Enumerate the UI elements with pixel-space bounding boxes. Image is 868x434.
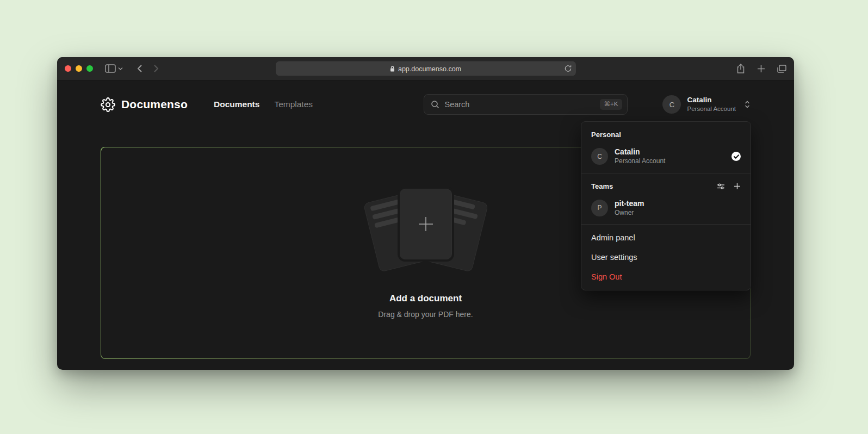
manage-teams-icon[interactable] — [708, 183, 725, 190]
main-nav: Documents Templates — [214, 100, 313, 109]
address-bar[interactable]: app.documenso.com — [276, 61, 576, 76]
traffic-lights — [65, 65, 93, 72]
nav-item-documents[interactable]: Documents — [214, 100, 259, 109]
personal-type: Personal Account — [615, 158, 725, 165]
teams-section-label: Teams — [585, 177, 747, 195]
account-name: Catalin — [687, 96, 736, 104]
menu-item-sign-out[interactable]: Sign Out — [585, 267, 747, 287]
team-avatar: P — [591, 200, 608, 216]
menu-item-personal-account[interactable]: C Catalin Personal Account — [585, 144, 747, 170]
dropzone-title: Add a document — [389, 293, 462, 304]
share-icon[interactable] — [736, 64, 745, 73]
documenso-logo[interactable]: Documenso — [101, 97, 188, 112]
add-document-plus-icon — [416, 214, 436, 234]
nav-item-templates[interactable]: Templates — [274, 100, 313, 109]
close-window-button[interactable] — [65, 65, 71, 72]
reload-icon[interactable] — [565, 65, 572, 72]
team-name: pit-team — [615, 200, 741, 208]
minimize-window-button[interactable] — [76, 65, 82, 72]
menu-divider — [581, 173, 751, 173]
sidebar-chevron-down-icon[interactable] — [118, 67, 123, 70]
documents-illustration — [363, 188, 488, 279]
back-button[interactable] — [137, 64, 142, 73]
illustration-card-center — [400, 189, 452, 259]
forward-button[interactable] — [153, 64, 159, 73]
search-icon — [431, 100, 439, 109]
search-bar[interactable]: ⌘+K — [424, 94, 628, 115]
personal-avatar: C — [591, 148, 608, 165]
lock-icon — [390, 65, 395, 72]
search-input[interactable] — [444, 100, 594, 109]
documenso-gear-icon — [101, 97, 115, 112]
browser-toolbar: app.documenso.com — [57, 57, 794, 80]
personal-section-label: Personal — [585, 125, 747, 144]
menu-item-user-settings[interactable]: User settings — [585, 247, 747, 267]
sidebar-toggle-icon[interactable] — [105, 64, 116, 73]
account-menu-button[interactable]: C Catalin Personal Account — [662, 95, 751, 114]
account-dropdown-menu: Personal C Catalin Personal Account Team… — [581, 121, 751, 290]
personal-name: Catalin — [615, 148, 725, 156]
menu-divider — [581, 224, 751, 225]
url-text: app.documenso.com — [398, 65, 461, 72]
new-tab-icon[interactable] — [757, 65, 765, 73]
zoom-window-button[interactable] — [86, 65, 93, 72]
tab-overview-icon[interactable] — [777, 65, 786, 73]
brand-name: Documenso — [121, 98, 188, 111]
browser-window: app.documenso.com — [57, 57, 794, 370]
chevron-up-down-icon — [744, 100, 751, 109]
search-shortcut-badge: ⌘+K — [600, 99, 623, 110]
team-role: Owner — [615, 209, 741, 216]
selected-check-icon — [731, 152, 741, 161]
account-type: Personal Account — [687, 106, 736, 113]
menu-item-team[interactable]: P pit-team Owner — [585, 195, 747, 221]
create-team-plus-icon[interactable] — [725, 183, 741, 190]
menu-item-admin-panel[interactable]: Admin panel — [585, 228, 747, 247]
dropzone-subtitle: Drag & drop your PDF here. — [378, 310, 473, 319]
account-avatar: C — [662, 95, 681, 114]
